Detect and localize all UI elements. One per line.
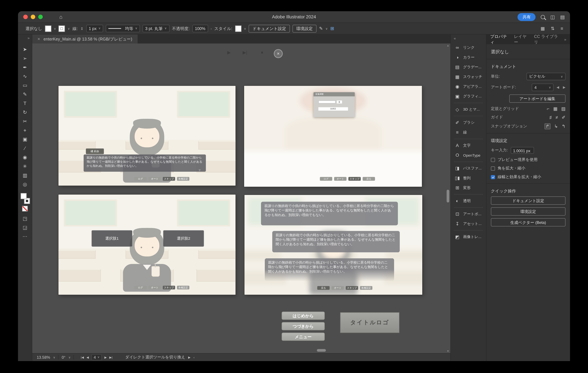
chevron-down-icon[interactable]: ∨ <box>53 356 55 359</box>
fill-stroke-swatches[interactable] <box>20 193 30 204</box>
curvature-tool[interactable]: ∿ <box>20 72 30 80</box>
opacity-field[interactable]: 100% <box>192 25 208 32</box>
minimize-window-button[interactable] <box>31 15 35 19</box>
chevron-down-icon[interactable]: ∨ <box>244 27 246 30</box>
style-swatch[interactable] <box>235 25 241 32</box>
asset-export-panel[interactable]: ↧アセット... <box>451 219 486 229</box>
opentype-panel[interactable]: OOpenType <box>451 150 486 160</box>
transparency-grid-icon[interactable]: ▨ <box>561 106 566 111</box>
scale-corners-row[interactable]: 角を拡大・縮小 <box>491 166 566 171</box>
document-setup-button[interactable]: ドキュメント設定 <box>491 197 566 205</box>
preferences-button[interactable]: 環境設定 <box>293 25 316 32</box>
preferences-button[interactable]: 環境設定 <box>491 207 566 216</box>
fill-color-swatch[interactable] <box>45 25 51 32</box>
last-artboard-icon[interactable]: ▶| <box>109 356 113 359</box>
artboard-tool[interactable]: ▣ <box>20 135 30 143</box>
search-icon[interactable] <box>541 15 545 19</box>
stroke-width-field[interactable]: 1 px∨ <box>86 25 103 32</box>
draw-behind-mode-icon[interactable]: ◲ <box>20 223 30 231</box>
workspace-switcher-icon[interactable]: ◫ <box>550 14 555 20</box>
horizontal-scrollbar[interactable] <box>317 349 326 352</box>
next-artboard-icon[interactable]: ▶ <box>563 85 566 89</box>
status-play-icon[interactable]: ▶ <box>188 356 190 359</box>
none-swatch-icon[interactable] <box>22 206 28 211</box>
stop-icon[interactable]: ■ <box>261 50 263 54</box>
scroll-down-icon[interactable]: ▼ <box>447 350 449 352</box>
share-button[interactable]: 共有 <box>518 13 536 21</box>
pixel-preview-icon[interactable]: ⊞ <box>330 26 334 31</box>
links-panel[interactable]: ∞リンク <box>451 43 486 52</box>
eyedropper-tool[interactable]: ⌖ <box>20 126 30 134</box>
brush-select[interactable]: 3 pt. 丸筆∨ <box>143 25 169 32</box>
panelstrip-collapse-icon[interactable]: « <box>451 36 486 43</box>
snap-to-grid-icon[interactable]: ↳ <box>554 124 558 129</box>
vertical-scrollbar[interactable] <box>447 190 449 203</box>
swatches-panel[interactable]: ▦スウォッチ <box>451 72 486 82</box>
chevron-down-icon[interactable]: ∨ <box>326 27 328 30</box>
close-window-button[interactable] <box>23 15 28 19</box>
chevron-down-icon[interactable]: ∨ <box>561 75 563 78</box>
show-guides-icon[interactable]: ♯ <box>549 115 552 120</box>
checkbox[interactable] <box>491 158 495 162</box>
play-icon[interactable]: ▶ <box>227 50 231 55</box>
3d-materials-panel[interactable]: ◇3D とマ... <box>451 105 486 114</box>
close-tab-icon[interactable]: × <box>38 36 40 42</box>
gradient-panel[interactable]: ▤グラデー... <box>451 62 486 72</box>
chevron-down-icon[interactable]: ∨ <box>135 25 137 32</box>
pencil-tool[interactable]: ∕ <box>20 144 30 152</box>
step-forward-icon[interactable]: ▶| <box>243 50 247 55</box>
grid-icon[interactable]: ▦ <box>553 106 557 111</box>
draw-options-icon[interactable]: ✎ <box>319 26 323 31</box>
chevron-down-icon[interactable]: ∨ <box>97 355 99 360</box>
graphic-styles-panel[interactable]: ▣グラフィ... <box>451 92 486 101</box>
preview-bounds-row[interactable]: プレビュー境界を使用 <box>491 157 566 162</box>
checkbox[interactable] <box>491 166 495 170</box>
type-tool[interactable]: T <box>20 99 30 107</box>
chevron-right-icon[interactable]: › <box>211 27 212 30</box>
edit-guides-icon[interactable]: ✐ <box>562 115 566 120</box>
arrange-documents-icon[interactable]: ▦ <box>541 26 545 31</box>
properties-collapse-icon[interactable]: » <box>564 37 566 41</box>
scale-strokes-effects-row[interactable]: 線幅と効果を拡大・縮小 <box>491 174 566 180</box>
blend-tool[interactable]: ◉ <box>20 153 30 161</box>
scissors-tool[interactable]: ✂ <box>20 117 30 125</box>
pathfinder-panel[interactable]: ◨パスファ... <box>451 164 486 173</box>
pen-tool[interactable]: ✒ <box>20 63 30 71</box>
checkbox[interactable] <box>491 175 495 179</box>
previous-artboard-icon[interactable]: ◀ <box>556 85 559 89</box>
draw-normal-mode-icon[interactable]: ◳ <box>20 214 30 222</box>
stroke-stepper-icon[interactable]: ⇕ <box>80 26 84 31</box>
tab-layers[interactable]: レイヤー <box>514 34 529 45</box>
lock-guides-icon[interactable]: ≠ <box>556 115 558 120</box>
color-panel[interactable]: ◑カラー <box>451 52 486 62</box>
direct-selection-tool[interactable]: ➢ <box>20 54 30 62</box>
transparency-panel[interactable]: ◐透明 <box>451 196 486 206</box>
rectangle-tool[interactable]: ▭ <box>20 81 30 89</box>
rotation-value[interactable]: 0° <box>62 355 65 360</box>
rotate-tool[interactable]: ↻ <box>20 108 30 116</box>
transform-panel[interactable]: ⊞変形 <box>451 183 486 193</box>
stroke-profile-select[interactable]: 均等∨ <box>106 25 140 32</box>
home-icon[interactable]: ⌂ <box>59 14 62 20</box>
stroke-swatch[interactable] <box>24 198 29 204</box>
tab-properties[interactable]: プロパティ <box>490 34 509 45</box>
tab-cc-libraries[interactable]: CC ライブラリ <box>534 34 559 45</box>
chevron-down-icon[interactable]: ∨ <box>68 27 70 30</box>
selection-tool[interactable]: ➤ <box>20 45 30 53</box>
artboard-select[interactable]: 4∨ <box>532 84 554 91</box>
fill-swatch[interactable] <box>21 193 27 199</box>
artboards-panel[interactable]: ⊡アートボ... <box>451 209 486 219</box>
artboard-dialogue-screen[interactable]: 橘 莉奈 親譲りの無鉄砲で小供の時から損ばかりしている。小学校に居る時分学校の二… <box>59 86 236 186</box>
brushes-panel[interactable]: ✐ブラシ <box>451 118 486 127</box>
symbol-sprayer-tool[interactable]: ✳ <box>20 162 30 170</box>
ruler-icon[interactable]: ⌐ <box>547 106 549 111</box>
appearance-panel[interactable]: ◉アピアラ... <box>451 82 486 91</box>
chevron-down-icon[interactable]: ∨ <box>68 356 71 359</box>
zoom-level[interactable]: 13.58% <box>37 355 50 360</box>
unit-select[interactable]: ピクセル∨ <box>526 73 566 80</box>
toolbar-collapse-icon[interactable]: » <box>28 36 32 40</box>
next-artboard-icon[interactable]: ▶ <box>105 356 107 359</box>
graph-tool[interactable]: ▥ <box>20 171 30 179</box>
first-artboard-icon[interactable]: |◀ <box>81 356 84 359</box>
document-tab[interactable]: × enterKey_Main.ai @ 13.58 % (RGB/プレビュー) <box>32 34 137 43</box>
